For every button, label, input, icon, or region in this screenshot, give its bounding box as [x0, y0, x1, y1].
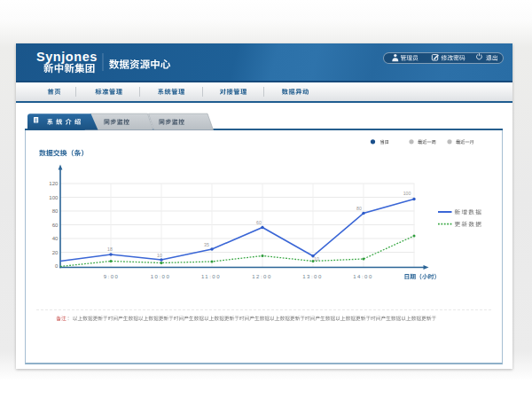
svg-text:100: 100 — [403, 191, 411, 196]
svg-text:Synjones: Synjones — [36, 50, 98, 64]
svg-text:35: 35 — [204, 242, 209, 247]
svg-text:18: 18 — [107, 246, 113, 252]
svg-text:10:00: 10:00 — [151, 274, 171, 279]
svg-text:10: 10 — [157, 253, 162, 258]
svg-text:0: 0 — [55, 262, 59, 269]
svg-text:80: 80 — [356, 206, 362, 211]
svg-text:13:00: 13:00 — [302, 274, 323, 279]
svg-text:60: 60 — [52, 222, 59, 228]
svg-text:80: 80 — [52, 207, 59, 214]
svg-text:9:00: 9:00 — [104, 274, 120, 279]
svg-text:11:00: 11:00 — [201, 274, 221, 279]
svg-text:12:00: 12:00 — [252, 274, 272, 279]
svg-text:14:00: 14:00 — [353, 274, 373, 279]
svg-text:10: 10 — [314, 256, 319, 262]
svg-text:60: 60 — [256, 220, 262, 225]
svg-text:120: 120 — [49, 180, 59, 186]
svg-text:100: 100 — [49, 194, 59, 200]
svg-text:40: 40 — [52, 235, 59, 241]
svg-text:20: 20 — [52, 249, 59, 255]
